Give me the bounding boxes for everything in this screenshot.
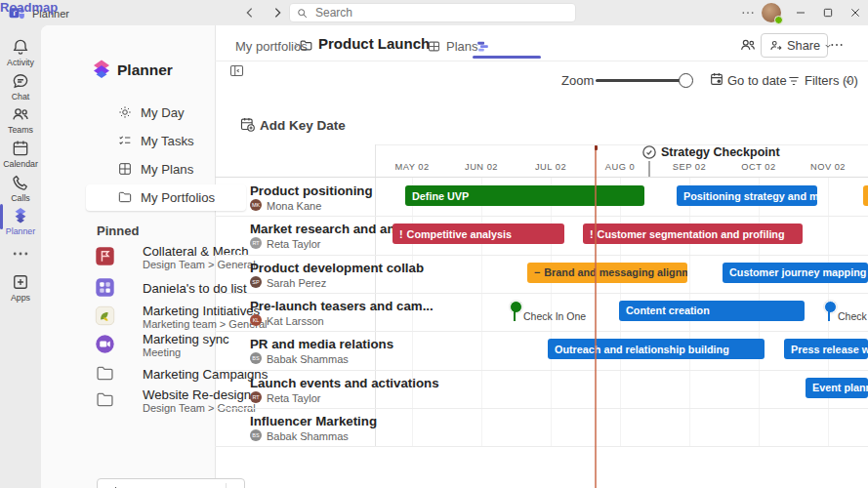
zoom-label: Zoom — [561, 73, 594, 88]
rail-item-more[interactable] — [0, 244, 41, 275]
assignee-avatar: MK — [250, 199, 262, 211]
assignee-avatar: BS — [250, 429, 262, 441]
zoom-slider[interactable] — [596, 79, 688, 82]
titlebar-more-icon[interactable] — [741, 8, 755, 18]
priority-icon: ! — [590, 228, 594, 240]
plus-icon — [108, 484, 123, 488]
more-icon — [11, 244, 30, 264]
search-icon — [296, 7, 309, 20]
add-key-date-button[interactable]: Add Key Date — [260, 118, 346, 133]
gantt-bar[interactable]: Outreach and relationship building — [548, 339, 765, 359]
folder-icon — [95, 363, 115, 384]
today-line — [595, 145, 597, 488]
portfolio-folder-icon — [299, 38, 313, 53]
key-date-checkpoint-icon[interactable] — [641, 144, 657, 160]
gantt-bar[interactable]: Event planning — [806, 378, 868, 398]
assignee-name: Kat Larsson — [267, 315, 324, 327]
back-icon[interactable] — [242, 5, 258, 20]
month-label: JUL 02 — [519, 162, 582, 172]
rail-item-label: Teams — [0, 125, 41, 135]
zoom-slider-thumb[interactable] — [679, 73, 693, 88]
month-label: OCT 02 — [727, 162, 790, 172]
gantt-bar-label: Press release writing — [791, 344, 868, 355]
gantt-bar-label: Brand and messaging alignment — [544, 266, 687, 278]
members-icon[interactable] — [739, 36, 757, 54]
rail-item-apps[interactable]: Apps — [0, 272, 41, 304]
teams-icon — [11, 104, 30, 124]
minimize-icon[interactable] — [793, 5, 808, 20]
plans-grid-icon — [427, 39, 441, 54]
milestone-label[interactable]: Check In One — [523, 310, 586, 322]
key-date-label[interactable]: Strategy Checkpoint — [661, 145, 780, 159]
page-title: Product Launch — [318, 35, 430, 52]
gantt-bar[interactable] — [863, 185, 868, 206]
collapse-panel-icon[interactable] — [228, 62, 245, 79]
share-button[interactable]: Share — [761, 33, 828, 58]
meeting-icon — [95, 334, 115, 354]
chat-icon — [11, 71, 30, 91]
gantt-bar-label: Event planning — [812, 382, 868, 393]
milestone-pin-stem — [828, 311, 830, 321]
gantt-bar[interactable]: Define UVP — [405, 185, 644, 206]
key-date-stem — [648, 161, 650, 178]
assignee-name: Mona Kane — [267, 200, 321, 212]
app-rail: ActivityChatTeamsCalendarCallsPlannerApp… — [0, 25, 41, 488]
bell-icon — [11, 37, 30, 57]
gantt-bar[interactable]: Content creation — [619, 301, 805, 321]
forward-icon[interactable] — [269, 5, 285, 20]
assignee-name: Reta Taylor — [267, 392, 320, 404]
milestone-pin-stem — [514, 311, 516, 321]
rail-item-calls[interactable]: Calls — [0, 173, 41, 204]
rail-item-calendar[interactable]: Calendar — [0, 139, 41, 170]
roadmap-icon — [475, 39, 490, 54]
gantt-bar[interactable]: −Brand and messaging alignment — [527, 263, 687, 283]
active-tab-underline — [473, 56, 541, 59]
milestone-label[interactable]: Check In — [838, 310, 868, 322]
gantt-bar[interactable]: Customer journey mapping — [723, 263, 868, 283]
gantt-bar-label: Customer journey mapping — [729, 266, 866, 278]
month-label: NOV 02 — [797, 162, 859, 172]
assignee-name: Reta Taylor — [267, 238, 320, 250]
assignee-avatar: SP — [250, 276, 262, 288]
rail-item-label: Activity — [0, 58, 41, 67]
header-more-icon[interactable] — [830, 40, 844, 50]
gantt-bar[interactable]: !Competitive analysis — [393, 224, 564, 244]
month-label: MAY 02 — [381, 162, 443, 172]
initiatives-plan-icon — [95, 305, 115, 326]
timeline-header-top-border — [375, 144, 868, 145]
close-icon[interactable] — [847, 5, 863, 20]
gantt-bar-label: Positioning strategy and mess... — [683, 190, 817, 202]
milestone-pin-icon[interactable] — [510, 301, 522, 313]
rail-item-teams[interactable]: Teams — [0, 104, 41, 136]
rail-item-planner[interactable]: Planner — [0, 206, 41, 237]
task-title: Influencer Marketing — [250, 414, 377, 428]
presence-status-dot — [774, 16, 783, 24]
pinned-list: Collateral & MerchDesign Team > GeneralD… — [41, 25, 215, 435]
assignee-avatar: RT — [250, 391, 262, 403]
rail-item-chat[interactable]: Chat — [0, 71, 41, 102]
add-key-date-icon — [239, 116, 256, 133]
planner-icon — [11, 206, 30, 225]
gantt-bar[interactable]: Press release writing — [784, 339, 868, 359]
phone-icon — [11, 173, 30, 192]
gantt-bar[interactable]: !Customer segmentation and profiling — [583, 224, 803, 244]
go-to-date-icon — [709, 71, 724, 87]
rail-item-label: Planner — [0, 226, 41, 236]
rail-item-activity[interactable]: Activity — [0, 37, 41, 68]
planner-sidebar: Planner My DayMy TasksMy PlansMy Portfol… — [41, 25, 216, 488]
go-to-date-button[interactable]: Go to date — [727, 73, 787, 88]
task-title: Launch events and activations — [250, 376, 439, 390]
task-title: Pre-launch teasers and cam... — [250, 299, 434, 313]
new-plan-button[interactable]: New plan — [97, 478, 245, 488]
tab-plans[interactable]: Plans — [446, 39, 478, 54]
search-input[interactable] — [289, 3, 576, 22]
maximize-icon[interactable] — [820, 5, 836, 20]
header-divider — [215, 61, 868, 61]
milestone-pin-icon[interactable] — [824, 301, 837, 313]
tab-roadmap[interactable]: Roadmap — [0, 0, 58, 15]
month-label: AUG 0 — [589, 162, 651, 172]
gantt-bar[interactable]: Positioning strategy and mess... — [677, 185, 817, 206]
month-label: JUN 02 — [450, 162, 513, 172]
apps-icon — [11, 272, 30, 292]
month-label: SEP 02 — [658, 162, 721, 172]
